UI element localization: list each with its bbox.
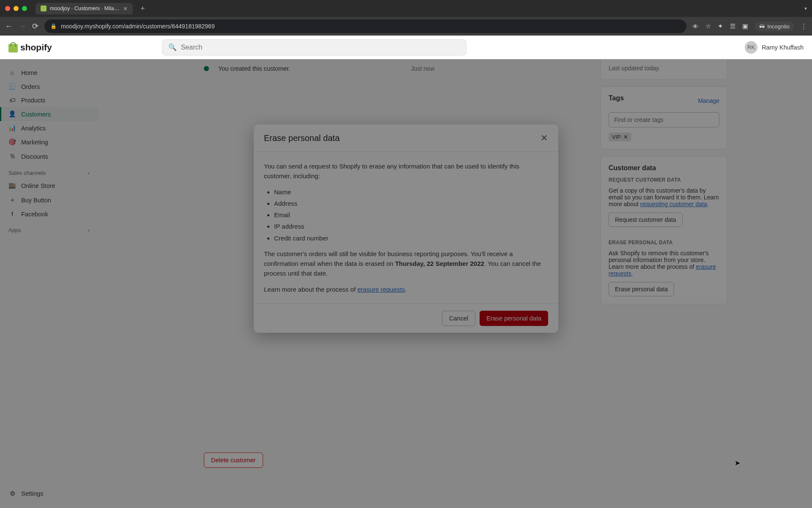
tab-favicon xyxy=(41,6,47,11)
url-text: moodjoy.myshopify.com/admin/customers/64… xyxy=(61,23,215,30)
extensions-icon[interactable]: ✦ xyxy=(718,22,723,30)
lock-icon: 🔒 xyxy=(50,23,57,29)
minimize-window-btn[interactable] xyxy=(14,6,19,11)
incognito-icon: 🕶 xyxy=(759,23,765,30)
browser-menu-icon[interactable]: ⋮ xyxy=(801,22,807,30)
app-header: shopify 🔍 Search RK Ramy Khuffash xyxy=(0,36,812,59)
address-bar[interactable]: 🔒 moodjoy.myshopify.com/admin/customers/… xyxy=(44,19,686,33)
browser-tab[interactable]: moodjoy · Customers · Mila Jo… ✕ xyxy=(36,3,133,14)
maximize-window-btn[interactable] xyxy=(22,6,27,11)
browser-toolbar: ← → ⟳ 🔒 moodjoy.myshopify.com/admin/cust… xyxy=(0,17,812,36)
modal-overlay[interactable] xyxy=(0,59,812,508)
reload-button[interactable]: ⟳ xyxy=(32,22,38,31)
logo-text: shopify xyxy=(20,42,52,52)
tab-close-icon[interactable]: ✕ xyxy=(123,6,128,12)
back-button[interactable]: ← xyxy=(5,22,13,31)
search-placeholder: Search xyxy=(181,44,203,51)
eye-off-icon[interactable]: 👁 xyxy=(692,23,699,30)
new-tab-button[interactable]: + xyxy=(140,4,145,13)
panel-icon[interactable]: ▣ xyxy=(742,22,748,30)
close-window-btn[interactable] xyxy=(5,6,10,11)
search-input[interactable]: 🔍 Search xyxy=(162,39,466,55)
tab-title: moodjoy · Customers · Mila Jo… xyxy=(50,6,120,11)
browser-tabstrip: moodjoy · Customers · Mila Jo… ✕ + ▾ xyxy=(0,0,812,17)
user-menu[interactable]: RK Ramy Khuffash xyxy=(745,41,804,54)
forward-button: → xyxy=(19,22,26,31)
search-icon: 🔍 xyxy=(168,43,177,51)
shopify-logo[interactable]: shopify xyxy=(8,42,52,52)
incognito-badge: 🕶 Incognito xyxy=(755,22,794,31)
user-name: Ramy Khuffash xyxy=(762,44,804,51)
window-controls xyxy=(5,6,27,11)
tabs-overflow-icon[interactable]: ▾ xyxy=(804,6,807,11)
star-icon[interactable]: ☆ xyxy=(705,22,711,30)
shopify-bag-icon xyxy=(8,42,18,52)
reading-list-icon[interactable]: ☰ xyxy=(730,22,735,30)
avatar: RK xyxy=(745,41,757,54)
incognito-label: Incognito xyxy=(767,23,790,30)
